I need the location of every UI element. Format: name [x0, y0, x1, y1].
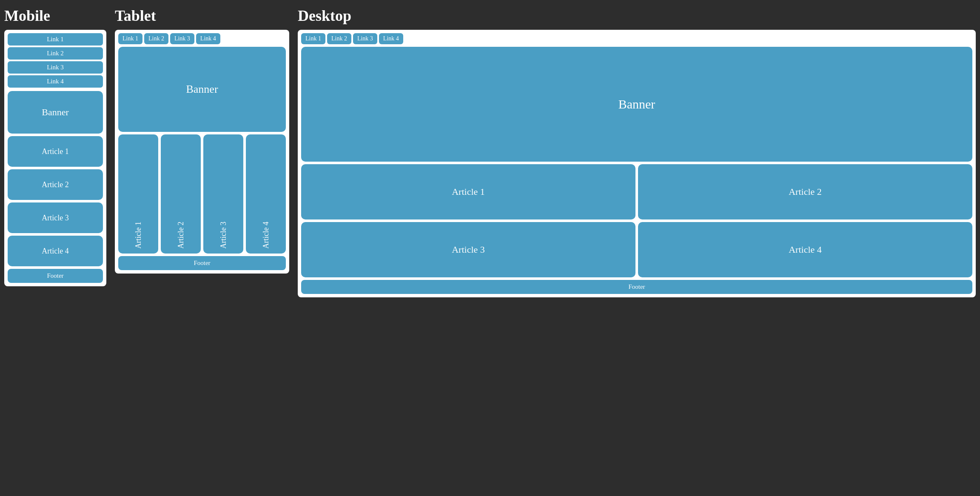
mobile-nav-link-4[interactable]: Link 4	[8, 75, 103, 88]
tablet-nav-link-1[interactable]: Link 1	[118, 33, 142, 44]
mobile-nav-link-2[interactable]: Link 2	[8, 47, 103, 60]
mobile-title: Mobile	[4, 3, 106, 30]
tablet-article-4: Article 4	[246, 134, 286, 254]
mobile-banner: Banner	[8, 91, 103, 134]
mobile-article-4: Article 4	[8, 236, 103, 266]
mobile-panel: Link 1 Link 2 Link 3 Link 4 Banner Artic…	[4, 30, 106, 286]
mobile-footer: Footer	[8, 269, 103, 283]
mobile-section: Mobile Link 1 Link 2 Link 3 Link 4 Banne…	[4, 3, 106, 286]
tablet-title: Tablet	[115, 3, 289, 30]
mobile-nav-link-3[interactable]: Link 3	[8, 61, 103, 74]
tablet-article-3: Article 3	[203, 134, 243, 254]
mobile-article-1: Article 1	[8, 136, 103, 167]
tablet-nav-link-4[interactable]: Link 4	[196, 33, 220, 44]
desktop-nav-link-3[interactable]: Link 3	[353, 33, 377, 44]
desktop-article-2: Article 2	[638, 164, 972, 219]
tablet-nav: Link 1 Link 2 Link 3 Link 4	[118, 33, 286, 44]
tablet-footer: Footer	[118, 256, 286, 270]
desktop-article-1: Article 1	[301, 164, 635, 219]
desktop-article-4: Article 4	[638, 222, 972, 277]
desktop-section: Desktop Link 1 Link 2 Link 3 Link 4 Bann…	[298, 3, 976, 297]
tablet-article-1: Article 1	[118, 134, 158, 254]
desktop-nav-link-1[interactable]: Link 1	[301, 33, 325, 44]
tablet-banner: Banner	[118, 47, 286, 132]
tablet-section: Tablet Link 1 Link 2 Link 3 Link 4 Banne…	[115, 3, 289, 274]
desktop-nav-link-4[interactable]: Link 4	[379, 33, 403, 44]
mobile-article-3: Article 3	[8, 202, 103, 233]
tablet-panel: Link 1 Link 2 Link 3 Link 4 Banner Artic…	[115, 30, 289, 274]
desktop-banner: Banner	[301, 47, 972, 162]
desktop-nav-link-2[interactable]: Link 2	[327, 33, 351, 44]
mobile-article-2: Article 2	[8, 169, 103, 200]
mobile-nav-link-1[interactable]: Link 1	[8, 33, 103, 46]
tablet-article-2: Article 2	[161, 134, 201, 254]
mobile-nav: Link 1 Link 2 Link 3 Link 4	[8, 33, 103, 88]
desktop-title: Desktop	[298, 3, 976, 30]
desktop-articles: Article 1 Article 2 Article 3 Article 4	[301, 164, 972, 277]
desktop-panel: Link 1 Link 2 Link 3 Link 4 Banner Artic…	[298, 30, 976, 297]
desktop-footer: Footer	[301, 280, 972, 294]
tablet-articles: Article 1 Article 2 Article 3 Article 4	[118, 134, 286, 254]
desktop-nav: Link 1 Link 2 Link 3 Link 4	[301, 33, 972, 44]
tablet-nav-link-2[interactable]: Link 2	[144, 33, 168, 44]
tablet-nav-link-3[interactable]: Link 3	[170, 33, 194, 44]
desktop-article-3: Article 3	[301, 222, 635, 277]
